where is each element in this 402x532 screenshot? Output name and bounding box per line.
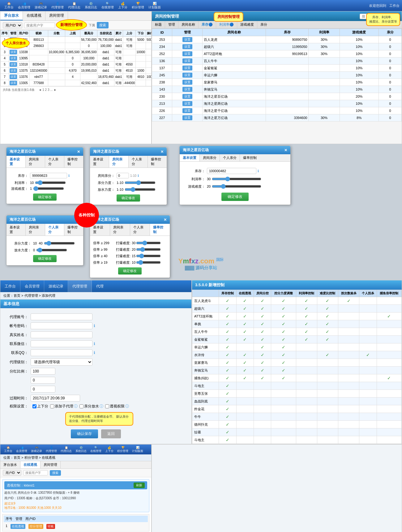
user-id-select[interactable]: 用户ID (3, 22, 22, 28)
nav-agent[interactable]: 👤 代理管理 (49, 2, 66, 10)
water-force-slider-2[interactable] (36, 248, 67, 253)
btn-agentlog2[interactable]: 📋代理日志 (59, 446, 74, 453)
dtab2-basic[interactable]: 基本设置 (90, 156, 109, 168)
feature-table-wrapper[interactable]: 库存控制在线透视房间分控控分力度调整利润率控制难度比控制按次数捡杀个人投杀捕鱼倍… (192, 290, 402, 444)
btn-score2[interactable]: 🏆积分管理 (115, 446, 130, 453)
close-icon-2[interactable]: ✕ (160, 150, 164, 154)
room-setting-btn[interactable]: 设置 (182, 87, 192, 92)
transfer-btn[interactable]: 转账 (46, 524, 55, 529)
btn-agent2[interactable]: 👤代理管理 (44, 446, 59, 453)
room-setting-btn[interactable]: 设置 (182, 66, 192, 70)
refresh-btn[interactable]: 刷新 (134, 483, 145, 488)
kin-force-slider[interactable] (125, 180, 156, 185)
agent-password-input[interactable] (31, 322, 92, 329)
nav-online[interactable]: 🔍 在线管理 (100, 2, 116, 10)
perm-updown[interactable]: 上下分 (32, 404, 48, 409)
room-setting-btn[interactable]: 设置 (182, 80, 192, 85)
btn-member2[interactable]: 👥会员管理 (14, 446, 29, 453)
room-setting-btn[interactable]: 设置 (182, 94, 192, 99)
perm-add-sub[interactable]: 添加子代理 ⓘ (50, 404, 78, 409)
difficulty-slider-1[interactable] (33, 186, 64, 191)
dtab3-personal-kin[interactable]: 个人亲分 (45, 224, 64, 236)
bottom-tab-online[interactable]: 在线透视 (20, 461, 41, 468)
dtab1-exp[interactable]: 爆率控制 (64, 156, 83, 168)
agent-nav-game[interactable]: 游戏记录 (44, 280, 68, 292)
exp-slider-3[interactable] (136, 253, 161, 258)
agent-confirm-btn[interactable]: 确认保存 (71, 429, 98, 438)
room-setting-btn[interactable]: 设置 (182, 73, 192, 78)
room-tab-id[interactable]: 标题 (152, 21, 165, 28)
dtab3-basic[interactable]: 基本设置 (6, 224, 26, 236)
room-setting-btn[interactable]: 设置 (182, 108, 192, 113)
personal-kin-slider[interactable] (44, 241, 75, 246)
dtab1-basic[interactable]: 基本设置 (6, 156, 26, 168)
main-difficulty-slider[interactable] (212, 184, 261, 189)
dtab4-personal-kin[interactable]: 个人亲分 (130, 224, 150, 236)
room-tab-profit[interactable]: 利润率🔵 (216, 21, 237, 28)
room-setting-btn[interactable]: 设置 (182, 44, 192, 49)
confirm-btn-2[interactable]: 确定修改 (117, 194, 140, 202)
room-setting-btn[interactable]: 设置 (182, 51, 192, 56)
dtab2-room-kin[interactable]: 房间亲分 (109, 156, 128, 168)
btn-home2[interactable]: 🏠工作台 (2, 446, 14, 453)
room-tab-name[interactable]: 房间名称 (178, 21, 199, 28)
confirm-btn-4[interactable]: 确定修改 (118, 267, 142, 275)
room-setting-btn[interactable]: 设置 (182, 101, 192, 106)
exp-slider-1[interactable] (136, 240, 161, 245)
score-ctrl-btn[interactable]: 控分管理 (28, 524, 43, 529)
view-btn[interactable]: 在线透视 (11, 524, 25, 529)
exp-slider-2[interactable] (136, 247, 161, 252)
dtab2-exp[interactable]: 爆率控制 (148, 156, 167, 168)
btn-online2[interactable]: 🔍在线管理 (88, 446, 103, 453)
room-tab-store[interactable]: 库存🔵 (199, 21, 216, 28)
btn-syslog2[interactable]: ⚙️系统日志 (74, 446, 88, 453)
tab-mao[interactable]: 茅台放水 (0, 11, 23, 20)
agent-nav-agent[interactable]: 代理管理 (68, 280, 92, 292)
agent-back-btn[interactable]: 返回 (101, 429, 121, 438)
nav-score[interactable]: 🏆 积分管理 (130, 2, 146, 10)
room-tab-difficulty[interactable]: 游戏难度 (237, 21, 257, 28)
main-tab-room[interactable]: 房间亲分 (200, 154, 220, 161)
store-input-1[interactable] (30, 173, 67, 178)
search-input-2[interactable] (23, 470, 48, 475)
nav-updown[interactable]: 💰 上下分 (116, 2, 129, 10)
main-tab-exp[interactable]: 爆率控制 (240, 154, 260, 161)
agent-nav-worktable[interactable]: 工作台 (0, 280, 20, 292)
nav-plan[interactable]: 📊 计划版面 (147, 2, 163, 10)
nav-agent-log[interactable]: 📋 代理日志 (66, 2, 82, 10)
room-setting-btn[interactable]: 设置 (182, 115, 192, 120)
search-btn-2[interactable]: 搜索 (50, 470, 61, 476)
close-icon-main[interactable]: ✕ (284, 148, 287, 152)
tab-room[interactable]: 房间管理 (45, 11, 68, 20)
dtab4-exp[interactable]: 爆率控制 (150, 224, 170, 236)
water-force-slider[interactable] (125, 187, 156, 192)
agent-nav-other[interactable]: 代理 (92, 280, 108, 292)
tab-online[interactable]: 在线透视 (23, 11, 45, 20)
bottom-tab-mao[interactable]: 茅台放水 (0, 461, 20, 468)
search-btn[interactable]: 搜索 (97, 22, 109, 28)
main-tab-personal[interactable]: 个人亲分 (220, 154, 240, 161)
nav-home[interactable]: 🏠 工作台 (2, 2, 15, 10)
perm-view[interactable]: 透视权限 ⓘ (105, 404, 129, 409)
room-tab-kin[interactable]: 亲分 (257, 21, 270, 28)
nav-game-record[interactable]: 🎮 游戏记录 (33, 2, 49, 10)
room-tab-manage[interactable]: 管理 (165, 21, 178, 28)
agent-realname-input[interactable] (31, 331, 92, 338)
confirm-btn-3[interactable]: 确定修改 (33, 255, 57, 262)
room-setting-btn[interactable]: 设置 (182, 58, 192, 63)
close-icon-1[interactable]: ✕ (77, 150, 80, 154)
agent-qq-input[interactable] (31, 349, 92, 356)
agent-field1[interactable] (31, 377, 55, 384)
main-profit-slider[interactable] (212, 177, 261, 181)
btn-game2[interactable]: 🎮游戏记录 (29, 446, 44, 453)
dtab1-room-kin[interactable]: 房间亲分 (26, 156, 45, 168)
agent-account-input[interactable] (31, 313, 92, 320)
agent-expire-input[interactable] (31, 395, 80, 402)
dtab3-room-kin[interactable]: 房间亲分 (26, 224, 45, 236)
perm-kin[interactable]: 亲分放水 ⓘ (79, 404, 103, 409)
main-store-input[interactable] (207, 168, 256, 174)
agent-level-select[interactable]: 请选择代理等级 (31, 358, 92, 366)
nav-sys-log[interactable]: ⚙️ 系统日志 (83, 2, 99, 10)
agent-nav-member[interactable]: 会员管理 (20, 280, 44, 292)
btn-updown2[interactable]: 💰上下分 (103, 446, 115, 453)
